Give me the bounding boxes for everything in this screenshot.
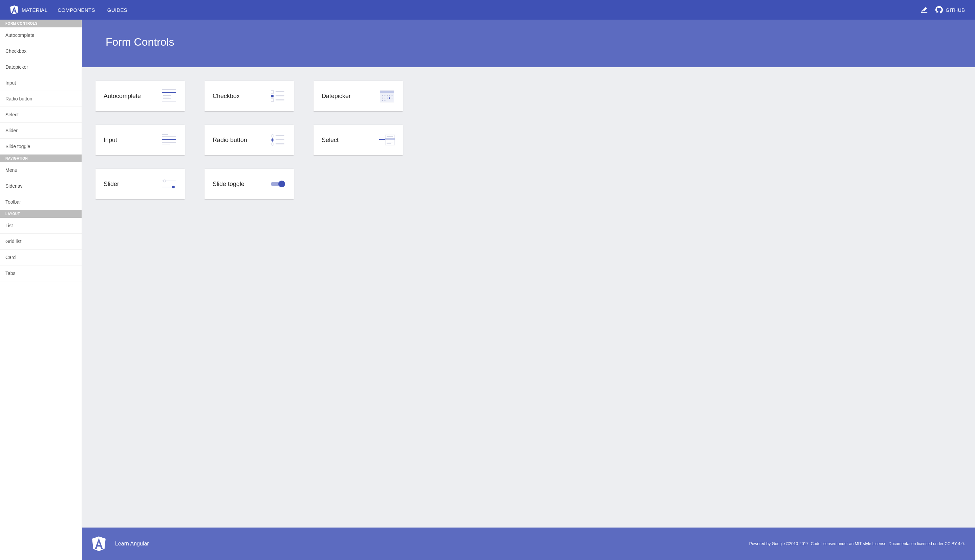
svg-rect-7 bbox=[271, 91, 274, 93]
svg-rect-9 bbox=[271, 95, 274, 97]
nav-guides[interactable]: GUIDES bbox=[107, 7, 127, 13]
svg-rect-30 bbox=[162, 142, 176, 143]
angular-logo-icon bbox=[10, 5, 18, 14]
svg-rect-28 bbox=[162, 136, 176, 137]
card-select[interactable]: Select bbox=[313, 125, 403, 155]
sidebar-group-header: FORM CONTROLS bbox=[0, 20, 82, 27]
theme-picker-icon[interactable] bbox=[920, 6, 928, 13]
github-icon bbox=[935, 6, 943, 13]
svg-point-37 bbox=[271, 143, 274, 145]
svg-rect-29 bbox=[162, 139, 176, 140]
sidebar-item-radio-button[interactable]: Radio button bbox=[0, 91, 82, 107]
top-navbar: MATERIAL COMPONENTS GUIDES GITHUB bbox=[0, 0, 975, 20]
sidebar-group-header: LAYOUT bbox=[0, 210, 82, 218]
card-title: Datepicker bbox=[322, 93, 351, 100]
card-title: Slider bbox=[104, 181, 119, 188]
sidebar-item-checkbox[interactable]: Checkbox bbox=[0, 43, 82, 59]
sidebar-item-menu[interactable]: Menu bbox=[0, 162, 82, 178]
footer: Learn Angular Powered by Google ©2010-20… bbox=[82, 528, 975, 560]
angular-logo-icon bbox=[92, 536, 105, 551]
card-radio-button[interactable]: Radio button bbox=[204, 125, 294, 155]
svg-point-50 bbox=[172, 186, 175, 188]
svg-rect-33 bbox=[276, 135, 284, 136]
svg-rect-4 bbox=[163, 95, 171, 96]
svg-point-22 bbox=[387, 98, 388, 99]
svg-rect-39 bbox=[379, 138, 386, 138]
input-icon bbox=[161, 133, 177, 147]
svg-rect-5 bbox=[163, 97, 169, 97]
card-slide-toggle[interactable]: Slide toggle bbox=[204, 169, 294, 199]
card-title: Slide toggle bbox=[212, 181, 244, 188]
sidebar-item-card[interactable]: Card bbox=[0, 250, 82, 265]
sidebar-group-header: NAVIGATION bbox=[0, 155, 82, 162]
brand[interactable]: MATERIAL bbox=[10, 5, 47, 14]
svg-point-35 bbox=[272, 139, 273, 141]
sidebar-item-slide-toggle[interactable]: Slide toggle bbox=[0, 138, 82, 155]
sidebar-item-tabs[interactable]: Tabs bbox=[0, 265, 82, 282]
github-link[interactable]: GITHUB bbox=[935, 6, 965, 13]
svg-point-23 bbox=[392, 98, 393, 99]
sidebar-item-list[interactable]: List bbox=[0, 218, 82, 234]
svg-point-17 bbox=[387, 95, 388, 97]
svg-rect-42 bbox=[385, 138, 395, 140]
card-slider[interactable]: Slider bbox=[95, 169, 185, 199]
svg-point-25 bbox=[385, 100, 386, 101]
sidebar-item-slider[interactable]: Slider bbox=[0, 123, 82, 138]
autocomplete-icon bbox=[161, 89, 177, 103]
card-title: Select bbox=[322, 137, 339, 144]
svg-rect-44 bbox=[386, 142, 393, 142]
main-content: Form Controls Autocomplete Checkbox bbox=[82, 20, 975, 560]
svg-rect-1 bbox=[162, 89, 176, 90]
footer-legal: Powered by Google ©2010-2017. Code licen… bbox=[749, 542, 965, 546]
sidebar-item-toolbar[interactable]: Toolbar bbox=[0, 194, 82, 210]
sidebar: FORM CONTROLS Autocomplete Checkbox Date… bbox=[0, 20, 82, 560]
svg-point-26 bbox=[389, 97, 390, 99]
card-title: Autocomplete bbox=[104, 93, 141, 100]
svg-point-16 bbox=[385, 95, 386, 97]
brand-name: MATERIAL bbox=[22, 7, 47, 13]
card-title: Checkbox bbox=[212, 93, 240, 100]
svg-point-15 bbox=[382, 95, 383, 97]
svg-point-32 bbox=[271, 135, 274, 137]
svg-rect-27 bbox=[162, 134, 168, 135]
svg-rect-8 bbox=[276, 91, 284, 92]
svg-rect-45 bbox=[386, 143, 391, 144]
sidebar-item-input[interactable]: Input bbox=[0, 75, 82, 91]
card-title: Radio button bbox=[212, 137, 247, 144]
svg-rect-0 bbox=[921, 12, 927, 13]
slide-toggle-icon bbox=[270, 177, 286, 191]
github-label: GITHUB bbox=[945, 7, 965, 13]
nav-components[interactable]: COMPONENTS bbox=[58, 7, 95, 13]
sidebar-item-sidenav[interactable]: Sidenav bbox=[0, 178, 82, 194]
card-datepicker[interactable]: Datepicker bbox=[313, 81, 403, 111]
sidebar-item-datepicker[interactable]: Datepicker bbox=[0, 59, 82, 75]
sidebar-item-grid-list[interactable]: Grid list bbox=[0, 234, 82, 250]
svg-rect-12 bbox=[276, 99, 284, 100]
svg-rect-10 bbox=[276, 95, 284, 97]
radio-icon bbox=[270, 133, 286, 147]
card-input[interactable]: Input bbox=[95, 125, 185, 155]
checkbox-icon bbox=[270, 89, 286, 103]
card-checkbox[interactable]: Checkbox bbox=[204, 81, 294, 111]
sidebar-item-select[interactable]: Select bbox=[0, 107, 82, 123]
slider-icon bbox=[161, 177, 177, 191]
svg-point-52 bbox=[278, 181, 285, 187]
svg-rect-38 bbox=[276, 143, 284, 144]
card-autocomplete[interactable]: Autocomplete bbox=[95, 81, 185, 111]
svg-point-18 bbox=[389, 95, 390, 97]
sidebar-item-autocomplete[interactable]: Autocomplete bbox=[0, 27, 82, 43]
svg-point-20 bbox=[382, 98, 383, 99]
svg-rect-43 bbox=[386, 136, 393, 137]
page-title: Form Controls bbox=[105, 36, 951, 48]
card-title: Input bbox=[104, 137, 117, 144]
svg-rect-11 bbox=[271, 99, 274, 102]
nav-links: COMPONENTS GUIDES bbox=[58, 7, 127, 13]
datepicker-icon bbox=[379, 89, 395, 103]
footer-learn-link[interactable]: Learn Angular bbox=[115, 541, 149, 547]
svg-rect-36 bbox=[276, 139, 284, 140]
page-hero: Form Controls bbox=[82, 20, 975, 67]
svg-point-24 bbox=[382, 100, 383, 101]
svg-rect-31 bbox=[162, 144, 170, 144]
svg-point-47 bbox=[164, 180, 166, 182]
svg-rect-3 bbox=[162, 92, 176, 93]
